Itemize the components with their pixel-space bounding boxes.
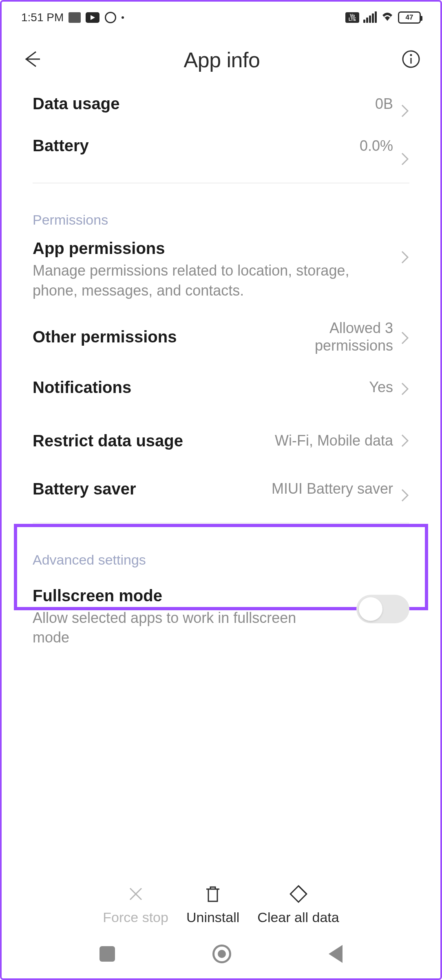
app-permissions-label: App permissions bbox=[33, 239, 393, 258]
other-permissions-label: Other permissions bbox=[33, 327, 177, 347]
clear-data-button[interactable]: Clear all data bbox=[248, 883, 348, 925]
row-battery[interactable]: Battery 0.0% bbox=[33, 137, 409, 183]
chevron-right-icon bbox=[400, 488, 409, 504]
section-permissions-title: Permissions bbox=[33, 212, 409, 228]
force-stop-button: Force stop bbox=[94, 883, 177, 925]
chevron-right-icon bbox=[400, 433, 409, 450]
row-other-permissions[interactable]: Other permissions Allowed 3 permissions bbox=[33, 311, 409, 366]
nav-home-button[interactable] bbox=[212, 945, 231, 963]
header: App info bbox=[2, 33, 440, 86]
more-notif-icon bbox=[122, 16, 124, 19]
circle-notif-icon bbox=[105, 12, 116, 23]
battery-saver-label: Battery saver bbox=[33, 480, 136, 498]
row-battery-saver[interactable]: Battery saver MIUI Battery saver bbox=[33, 470, 409, 523]
back-button[interactable] bbox=[21, 49, 42, 71]
fullscreen-label: Fullscreen mode bbox=[33, 587, 310, 605]
bottom-actions: Force stop Uninstall Clear all data bbox=[2, 883, 440, 925]
battery-icon: 47 bbox=[398, 11, 421, 24]
uninstall-button[interactable]: Uninstall bbox=[177, 883, 248, 925]
chevron-right-icon bbox=[400, 152, 409, 168]
data-usage-label: Data usage bbox=[33, 95, 119, 113]
status-bar: 1:51 PM VoLTE 47 bbox=[2, 2, 440, 33]
chevron-right-icon bbox=[400, 104, 409, 120]
chevron-right-icon bbox=[400, 382, 409, 398]
battery-level: 47 bbox=[406, 13, 413, 22]
data-usage-value: 0B bbox=[375, 95, 393, 113]
nav-bar bbox=[2, 929, 440, 978]
row-restrict-data-usage[interactable]: Restrict data usage Wi-Fi, Mobile data bbox=[33, 413, 409, 470]
force-stop-label: Force stop bbox=[103, 909, 168, 925]
battery-value: 0.0% bbox=[360, 137, 393, 155]
volte-icon: VoLTE bbox=[345, 12, 359, 23]
svg-line-4 bbox=[298, 886, 307, 894]
svg-point-1 bbox=[410, 54, 412, 56]
row-data-usage[interactable]: Data usage 0B bbox=[33, 86, 409, 137]
row-app-permissions[interactable]: App permissions Manage permissions relat… bbox=[33, 239, 409, 311]
other-permissions-value: Allowed 3 permissions bbox=[254, 319, 393, 354]
nav-back-button[interactable] bbox=[329, 945, 343, 963]
restrict-value: Wi-Fi, Mobile data bbox=[275, 432, 393, 449]
chevron-right-icon bbox=[400, 250, 409, 266]
wifi-icon bbox=[381, 11, 394, 24]
section-advanced-title: Advanced settings bbox=[33, 552, 409, 568]
uninstall-label: Uninstall bbox=[186, 909, 239, 925]
fullscreen-desc: Allow selected apps to work in fullscree… bbox=[33, 608, 310, 648]
status-time: 1:51 PM bbox=[21, 11, 64, 24]
nav-recents-button[interactable] bbox=[99, 946, 115, 962]
app-permissions-desc: Manage permissions related to location, … bbox=[33, 261, 351, 300]
notifications-value: Yes bbox=[369, 379, 393, 396]
chevron-right-icon bbox=[400, 331, 409, 347]
app-notif-icon bbox=[69, 12, 81, 23]
clear-data-label: Clear all data bbox=[257, 909, 339, 925]
fullscreen-toggle[interactable] bbox=[356, 595, 409, 623]
battery-label: Battery bbox=[33, 137, 89, 155]
signal-icon bbox=[363, 12, 377, 23]
notifications-label: Notifications bbox=[33, 378, 131, 397]
divider bbox=[33, 523, 409, 523]
youtube-notif-icon bbox=[86, 12, 99, 23]
page-title: App info bbox=[184, 48, 260, 72]
divider bbox=[33, 183, 409, 183]
row-fullscreen-mode[interactable]: Fullscreen mode Allow selected apps to w… bbox=[33, 579, 409, 664]
row-notifications[interactable]: Notifications Yes bbox=[33, 367, 409, 413]
restrict-label: Restrict data usage bbox=[33, 431, 183, 450]
svg-rect-3 bbox=[290, 886, 307, 902]
battery-saver-value: MIUI Battery saver bbox=[272, 480, 393, 497]
info-button[interactable] bbox=[401, 49, 421, 71]
